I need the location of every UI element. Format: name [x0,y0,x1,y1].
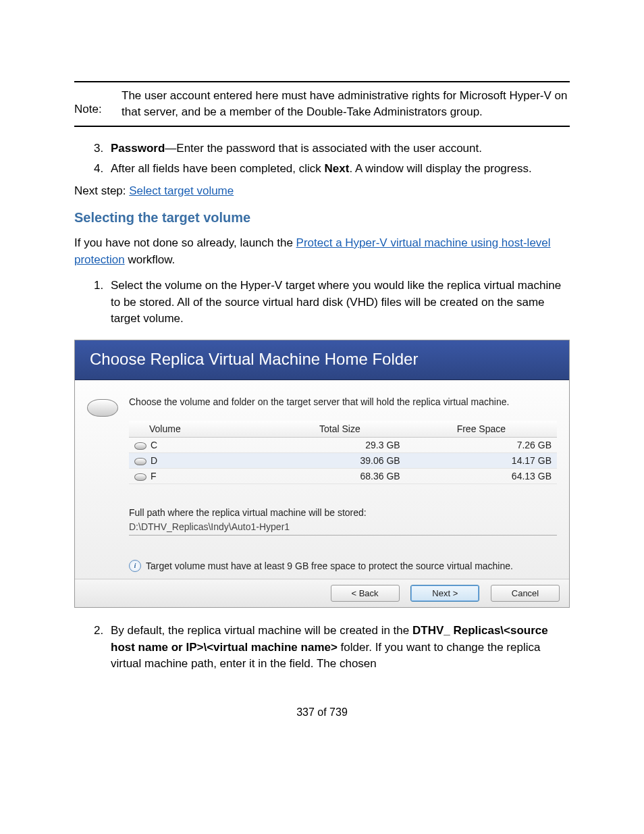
wizard-buttons: < Back Next > Cancel [75,579,569,607]
step3-bold: Password [111,142,165,155]
step4-pre: After all fields have been completed, cl… [111,162,325,175]
step-b2-pre: By default, the replica virtual machine … [111,624,412,637]
volume-table-header: Volume Total Size Free Space [129,421,557,438]
note-block: Note: The user account entered here must… [74,81,570,127]
disk-small-icon [134,458,146,465]
steps-list-bottom: Select the volume on the Hyper-V target … [74,278,570,328]
steps-list-bottom-cont: By default, the replica virtual machine … [74,623,570,673]
next-step-line: Next step: Select target volume [74,184,570,198]
step4-bold: Next [325,162,350,175]
disk-small-icon [134,442,146,450]
note-label: Note: [74,88,122,116]
col-free[interactable]: Free Space [406,421,557,438]
page-footer: 337 of 739 [74,706,570,719]
next-button[interactable]: Next > [410,585,479,602]
col-volume[interactable]: Volume [129,421,274,438]
col-total[interactable]: Total Size [274,421,406,438]
disk-icon [87,399,118,417]
hint-row: i Target volume must have at least 9 GB … [129,560,557,572]
wizard-dialog: Choose Replica Virtual Machine Home Fold… [74,340,570,608]
volume-row-f[interactable]: F 68.36 GB 64.13 GB [129,469,557,484]
wizard-instruction: Choose the volume and folder on the targ… [129,396,557,407]
volume-table: Volume Total Size Free Space C 29.3 GB 7… [129,421,557,484]
steps-list-top: Password—Enter the password that is asso… [74,140,570,178]
intro-pre: If you have not done so already, launch … [74,236,296,249]
step-3-item: Password—Enter the password that is asso… [107,140,570,157]
path-label: Full path where the replica virtual mach… [129,507,557,518]
next-step-link[interactable]: Select target volume [129,184,234,197]
back-button[interactable]: < Back [331,585,400,602]
intro-post: workflow. [125,253,176,266]
section-heading: Selecting the target volume [74,210,570,226]
intro-paragraph: If you have not done so already, launch … [74,235,570,268]
wizard-title: Choose Replica Virtual Machine Home Fold… [75,340,569,380]
info-icon: i [129,560,141,572]
step3-rest: —Enter the password that is associated w… [165,142,482,155]
note-text: The user account entered here must have … [122,88,570,120]
step-b1-item: Select the volume on the Hyper-V target … [107,278,570,328]
step4-post: . A window will display the progress. [349,162,531,175]
disk-small-icon [134,473,146,481]
step-4-item: After all fields have been completed, cl… [107,161,570,178]
path-input[interactable]: D:\DTHV_Replicas\Indy\Auto1-Hyper1 [129,520,557,536]
cancel-button[interactable]: Cancel [491,585,560,602]
next-step-label: Next step: [74,184,129,197]
volume-row-c[interactable]: C 29.3 GB 7.26 GB [129,438,557,453]
hint-text: Target volume must have at least 9 GB fr… [146,561,513,571]
volume-row-d[interactable]: D 39.06 GB 14.17 GB [129,453,557,469]
step-b2-item: By default, the replica virtual machine … [107,623,570,673]
